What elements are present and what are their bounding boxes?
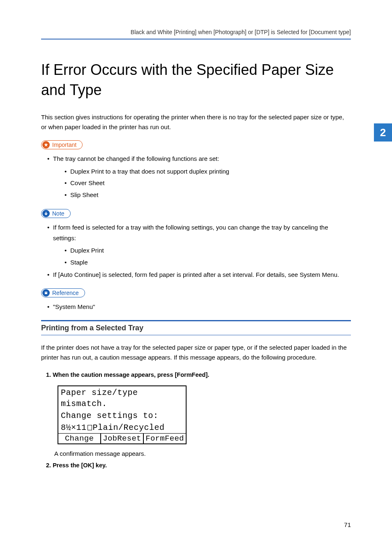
intro-paragraph: This section gives instructions for oper… [41, 112, 351, 132]
important-label-text: Important [52, 142, 76, 148]
list-item-text: If form feed is selected for a tray with… [53, 224, 328, 241]
paper-orientation-icon [88, 425, 92, 430]
list-item: The tray cannot be changed if the follow… [47, 153, 351, 201]
lcd-panel: Paper size/type mismatch. Change setting… [58, 385, 187, 444]
list-item: Duplex Print [65, 245, 351, 257]
list-item: Duplex Print to a tray that does not sup… [65, 166, 351, 178]
list-item: If [Auto Continue] is selected, form fed… [47, 269, 351, 280]
step-item: 1. When the caution message appears, pre… [46, 371, 351, 457]
lcd-line: Change settings to: [58, 409, 186, 421]
reference-callout-label: Reference [41, 288, 85, 297]
step-title: 2. Press the [OK] key. [46, 461, 351, 470]
step-list: 1. When the caution message appears, pre… [41, 371, 351, 470]
breadcrumb: Black and White [Printing] when [Photogr… [41, 29, 351, 39]
lcd-button-row: Change JobReset FormFeed [58, 433, 186, 443]
svg-marker-0 [44, 143, 48, 147]
step-text: When the caution message appears, press … [53, 371, 209, 378]
lcd-formfeed-button[interactable]: FormFeed [143, 434, 186, 443]
note-label-text: Note [52, 210, 65, 217]
list-item-text: The tray cannot be changed if the follow… [53, 155, 219, 162]
note-callout-label: Note [41, 209, 71, 218]
list-item: If form feed is selected for a tray with… [47, 222, 351, 268]
step-result: A confirmation message appears. [46, 450, 351, 457]
lcd-line: Paper size/type mismatch. [58, 386, 186, 409]
step-title: 1. When the caution message appears, pre… [46, 371, 351, 380]
star-icon [42, 141, 50, 149]
lcd-line: 8½×11Plain/Recycled [58, 421, 186, 433]
list-item: Cover Sheet [65, 177, 351, 189]
important-callout-label: Important [41, 140, 83, 149]
list-item: Staple [65, 257, 351, 269]
sub-list: Duplex Print to a tray that does not sup… [53, 166, 351, 201]
list-item: "System Menu" [47, 302, 351, 312]
lcd-jobreset-button[interactable]: JobReset [100, 434, 143, 443]
reference-list: "System Menu" [41, 302, 351, 312]
important-list: The tray cannot be changed if the follow… [41, 153, 351, 201]
down-arrow-icon [42, 210, 50, 217]
reference-label-text: Reference [52, 290, 79, 296]
step-number: 1. [46, 371, 51, 378]
section-heading: Printing from a Selected Tray [41, 320, 351, 335]
chapter-tab: 2 [374, 123, 392, 142]
lcd-change-button[interactable]: Change [58, 434, 100, 443]
page-content: Black and White [Printing] when [Photogr… [0, 0, 392, 492]
svg-rect-1 [45, 292, 47, 294]
step-item: 2. Press the [OK] key. [46, 461, 351, 470]
list-item: Slip Sheet [65, 189, 351, 201]
page-number: 71 [344, 521, 351, 528]
lcd-paper-type: Plain/Recycled [93, 423, 165, 432]
step-number: 2. [46, 462, 51, 469]
svg-rect-2 [46, 292, 47, 292]
lcd-paper-size: 8½×11 [61, 423, 87, 432]
page-title: If Error Occurs with the Specified Paper… [41, 60, 351, 100]
section-intro: If the printer does not have a tray for … [41, 343, 351, 362]
reference-icon [42, 289, 50, 297]
sub-list: Duplex Print Staple [53, 245, 351, 268]
note-list: If form feed is selected for a tray with… [41, 222, 351, 280]
step-text: Press the [OK] key. [53, 462, 107, 469]
